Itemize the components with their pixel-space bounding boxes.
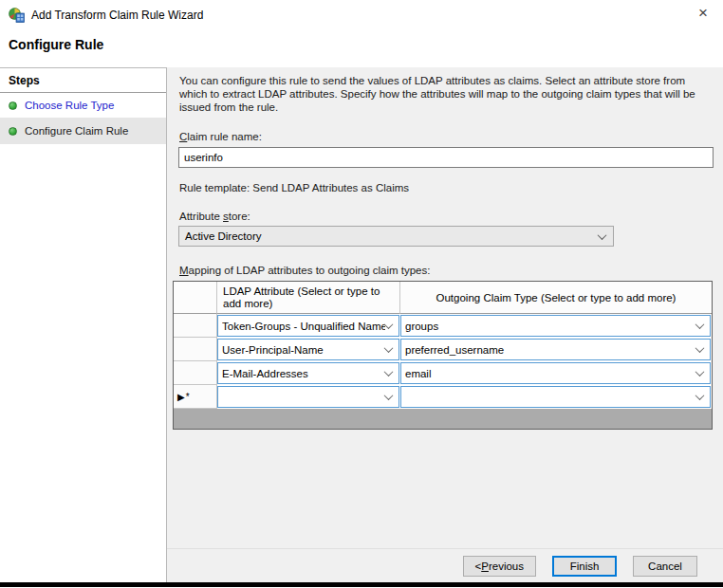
- finish-button[interactable]: Finish: [552, 556, 617, 577]
- screen-edge-bar: [0, 582, 723, 587]
- grid-header-outgoing-claim-type: Outgoing Claim Type (Select or type to a…: [400, 282, 712, 314]
- step-complete-icon: [9, 101, 17, 110]
- mapping-label: Mapping of LDAP attributes to outgoing c…: [179, 265, 723, 278]
- ldap-attribute-combo-1[interactable]: Token-Groups - Unqualified Names: [217, 315, 399, 337]
- chevron-down-icon: [695, 391, 705, 400]
- table-row: E-Mail-Addresses email: [174, 361, 712, 385]
- outgoing-claim-combo-new[interactable]: [400, 386, 711, 408]
- grid-header-row: LDAP Attribute (Select or type to add mo…: [174, 282, 712, 314]
- wizard-content: You can configure this rule to send the …: [167, 67, 723, 582]
- grid-corner-cell: [174, 282, 217, 314]
- previous-button[interactable]: < Previous: [463, 556, 536, 577]
- rule-description: You can configure this rule to send the …: [179, 74, 712, 114]
- ldap-attribute-combo-3[interactable]: E-Mail-Addresses: [217, 362, 399, 384]
- steps-sidebar: Steps Choose Rule Type Configure Claim R…: [0, 67, 167, 582]
- chevron-down-icon: [695, 343, 705, 353]
- row-selector[interactable]: [174, 338, 217, 361]
- row-selector[interactable]: [174, 361, 217, 385]
- attribute-store-label: Attribute store:: [179, 211, 723, 224]
- cancel-button[interactable]: Cancel: [633, 556, 697, 577]
- outgoing-claim-combo-2[interactable]: preferred_username: [400, 339, 711, 360]
- chevron-down-icon: [384, 367, 394, 377]
- chevron-down-icon: [384, 320, 394, 329]
- claim-rule-name-label: Claim rule name:: [179, 131, 723, 144]
- table-row: User-Principal-Name preferred_username: [174, 338, 712, 361]
- sidebar-item-choose-rule-type[interactable]: Choose Rule Type: [0, 93, 166, 118]
- chevron-down-icon: [695, 320, 705, 329]
- step-label: Choose Rule Type: [25, 100, 114, 111]
- table-row: Token-Groups - Unqualified Names groups: [174, 314, 712, 338]
- chevron-down-icon: [598, 230, 607, 240]
- step-label: Configure Claim Rule: [25, 125, 128, 137]
- wizard-body: Steps Choose Rule Type Configure Claim R…: [0, 67, 723, 582]
- title-bar: Add Transform Claim Rule Wizard ×: [0, 0, 723, 30]
- mapping-grid: LDAP Attribute (Select or type to add mo…: [173, 281, 713, 430]
- chevron-down-icon: [384, 343, 394, 353]
- outgoing-claim-combo-3[interactable]: email: [400, 362, 711, 384]
- chevron-down-icon: [695, 367, 705, 377]
- step-complete-icon: [9, 127, 17, 136]
- attribute-store-value: Active Directory: [185, 230, 599, 242]
- close-icon[interactable]: ×: [689, 2, 717, 25]
- window-title: Add Transform Claim Rule Wizard: [31, 9, 203, 22]
- row-selector[interactable]: [174, 314, 217, 338]
- outgoing-claim-combo-1[interactable]: groups: [400, 315, 711, 337]
- table-row-new: ▶*: [174, 385, 712, 409]
- sidebar-item-configure-claim-rule[interactable]: Configure Claim Rule: [0, 118, 166, 144]
- ldap-attribute-combo-new[interactable]: [217, 386, 399, 408]
- claim-rule-name-input[interactable]: [178, 147, 714, 168]
- page-title: Configure Rule: [0, 30, 723, 52]
- wizard-footer: < Previous Finish Cancel: [167, 548, 723, 582]
- chevron-down-icon: [384, 391, 394, 400]
- ldap-attribute-combo-2[interactable]: User-Principal-Name: [217, 339, 399, 360]
- attribute-store-select[interactable]: Active Directory: [178, 226, 614, 247]
- new-row-indicator-icon[interactable]: ▶*: [174, 385, 217, 409]
- rule-template-text: Rule template: Send LDAP Attributes as C…: [179, 182, 723, 195]
- steps-heading: Steps: [0, 68, 166, 93]
- wizard-app-icon: [9, 8, 25, 23]
- grid-header-ldap-attribute: LDAP Attribute (Select or type to add mo…: [217, 282, 400, 314]
